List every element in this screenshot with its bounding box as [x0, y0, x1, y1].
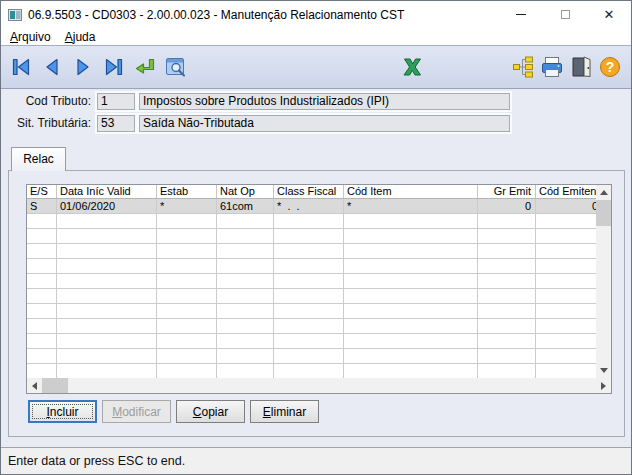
menu-item-ajuda[interactable]: Ajuda — [65, 30, 96, 44]
sit-tributaria-code-field[interactable]: 53 — [97, 115, 135, 132]
table-row-empty[interactable] — [27, 274, 611, 289]
table-cell — [217, 244, 274, 258]
app-icon — [8, 8, 22, 22]
table-cell — [157, 334, 217, 348]
toolbar-nav-group — [8, 54, 189, 80]
table-row-empty[interactable] — [27, 289, 611, 304]
grid-body: S01/06/2020*61com* . .*00 — [27, 199, 611, 379]
column-header-nat-op[interactable]: Nat Op — [217, 185, 274, 198]
menu-bar: ArquivoAjuda — [1, 28, 631, 45]
table-cell: S — [27, 199, 57, 213]
table-row-empty[interactable] — [27, 244, 611, 259]
table-row-empty[interactable] — [27, 214, 611, 229]
table-row-empty[interactable] — [27, 259, 611, 274]
help-icon[interactable]: ? — [597, 54, 623, 80]
menu-item-arquivo[interactable]: Arquivo — [10, 30, 51, 44]
column-header-estab[interactable]: Estab — [157, 185, 217, 198]
hierarchy-icon[interactable] — [510, 54, 536, 80]
table-cell — [157, 289, 217, 303]
table-cell — [274, 334, 344, 348]
column-header-data-in-c-valid[interactable]: Data Iníc Valid — [57, 185, 157, 198]
action-buttons-row: IncluirModificarCopiarEliminar — [28, 400, 319, 423]
column-header-class-fiscal[interactable]: Class Fiscal — [274, 185, 344, 198]
table-cell — [57, 349, 157, 363]
column-header-c-d-item[interactable]: Cód Item — [344, 185, 478, 198]
table-cell — [217, 214, 274, 228]
table-cell — [274, 274, 344, 288]
modificar-button[interactable]: Modificar — [102, 400, 171, 423]
cod-tributo-code-field[interactable]: 1 — [97, 93, 135, 110]
table-cell — [344, 274, 478, 288]
table-cell — [27, 244, 57, 258]
app-window: 06.9.5503 - CD0303 - 2.00.00.023 - Manut… — [0, 0, 632, 475]
table-cell — [157, 214, 217, 228]
scroll-down-icon[interactable] — [596, 363, 611, 378]
table-row-empty[interactable] — [27, 304, 611, 319]
table-cell — [27, 214, 57, 228]
horizontal-scroll-thumb[interactable] — [42, 378, 68, 393]
column-header-e-s[interactable]: E/S — [27, 185, 57, 198]
nav-prev-icon[interactable] — [39, 54, 65, 80]
field-row-sit-tributaria: Sit. Tributária: 53 Saída Não-Tributada — [1, 115, 631, 132]
table-cell — [157, 244, 217, 258]
minimize-button[interactable] — [499, 1, 543, 28]
table-cell — [344, 364, 478, 378]
incluir-button[interactable]: Incluir — [28, 400, 97, 423]
close-button[interactable]: ✕ — [587, 1, 631, 28]
go-icon[interactable] — [132, 54, 158, 80]
table-cell — [157, 274, 217, 288]
table-cell — [57, 304, 157, 318]
table-row-empty[interactable] — [27, 319, 611, 334]
vertical-scroll-thumb[interactable] — [596, 200, 611, 226]
table-cell — [344, 229, 478, 243]
nav-last-icon[interactable] — [101, 54, 127, 80]
table-cell — [27, 364, 57, 378]
table-cell — [217, 289, 274, 303]
table-row-empty[interactable] — [27, 349, 611, 364]
copiar-button[interactable]: Copiar — [176, 400, 245, 423]
table-cell — [478, 334, 536, 348]
vertical-scrollbar[interactable] — [596, 185, 611, 378]
exit-icon[interactable] — [568, 54, 594, 80]
nav-next-icon[interactable] — [70, 54, 96, 80]
tab-relac[interactable]: Relac — [11, 147, 66, 171]
table-row-empty[interactable] — [27, 334, 611, 349]
table-cell — [344, 304, 478, 318]
relacionamento-grid: E/SData Iníc ValidEstabNat OpClass Fisca… — [26, 184, 612, 394]
table-cell — [27, 259, 57, 273]
table-row-empty[interactable] — [27, 364, 611, 379]
table-cell — [274, 289, 344, 303]
table-cell — [57, 289, 157, 303]
table-cell — [344, 334, 478, 348]
table-cell — [157, 349, 217, 363]
excel-icon[interactable] — [399, 54, 425, 80]
maximize-icon — [561, 10, 570, 19]
table-cell — [27, 304, 57, 318]
horizontal-scrollbar[interactable] — [27, 378, 611, 393]
table-row-empty[interactable] — [27, 229, 611, 244]
status-bar: Enter data or press ESC to end. — [1, 447, 631, 474]
table-cell — [27, 229, 57, 243]
table-cell — [344, 319, 478, 333]
table-cell — [157, 229, 217, 243]
table-row[interactable]: S01/06/2020*61com* . .*00 — [27, 199, 611, 214]
print-icon[interactable] — [539, 54, 565, 80]
cod-tributo-description-field[interactable]: Impostos sobre Produtos Industrializados… — [139, 93, 510, 110]
zoom-icon[interactable] — [163, 54, 189, 80]
table-cell — [217, 259, 274, 273]
nav-first-icon[interactable] — [8, 54, 34, 80]
maximize-button[interactable] — [543, 1, 587, 28]
sit-tributaria-description-field[interactable]: Saída Não-Tributada — [139, 115, 510, 132]
scroll-right-icon[interactable] — [596, 378, 611, 393]
table-cell — [57, 244, 157, 258]
table-cell — [274, 244, 344, 258]
window-title: 06.9.5503 - CD0303 - 2.00.00.023 - Manut… — [28, 8, 404, 22]
scroll-left-icon[interactable] — [27, 378, 42, 393]
table-cell: 61com — [217, 199, 274, 213]
status-message: Enter data or press ESC to end. — [8, 454, 185, 468]
column-header-gr-emit[interactable]: Gr Emit — [478, 185, 536, 198]
scroll-up-icon[interactable] — [596, 185, 611, 200]
table-cell — [27, 349, 57, 363]
eliminar-button[interactable]: Eliminar — [250, 400, 319, 423]
table-cell — [57, 334, 157, 348]
